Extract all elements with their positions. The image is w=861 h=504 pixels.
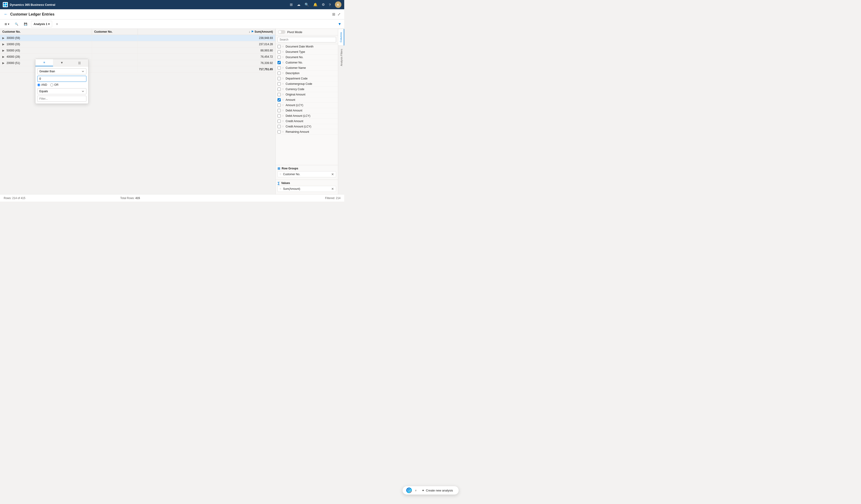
drag-handle[interactable]: ⠿ (282, 72, 284, 74)
analysis-tab[interactable]: Analysis 1 ▾ (31, 21, 52, 27)
remove-value-button[interactable]: ✕ (331, 187, 334, 191)
col-checkbox-customer-no[interactable] (277, 61, 281, 64)
col-checkbox-remaining[interactable] (277, 130, 281, 134)
list-item[interactable]: ⠿ Amount (276, 97, 338, 103)
expand-icon[interactable]: ⊞ (332, 12, 335, 16)
drag-handle[interactable]: ⠿ (282, 67, 284, 69)
expand-row-icon[interactable]: ▶ (2, 49, 4, 52)
col-label: Currency Code (286, 87, 304, 91)
col-checkbox-debit[interactable] (277, 109, 281, 112)
columns-vtab[interactable]: Columns (338, 29, 344, 45)
drag-handle[interactable]: ⠿ (282, 131, 284, 133)
collapse-icon[interactable]: ⤢ (338, 12, 341, 16)
filter-search-input[interactable] (37, 96, 86, 102)
back-button[interactable]: ← (4, 12, 8, 17)
search-icon[interactable]: 🔍 (305, 2, 309, 7)
drag-handle[interactable]: ⠿ (282, 104, 284, 107)
col-checkbox-cg-code[interactable] (277, 82, 281, 85)
col-checkbox-doc-no[interactable] (277, 56, 281, 59)
avatar[interactable]: K (335, 1, 341, 8)
list-item[interactable]: ⠿ Document Date Month (276, 44, 338, 49)
col-checkbox-debit-lcy[interactable] (277, 114, 281, 118)
drag-handle[interactable]: ⠿ (282, 83, 284, 85)
list-item[interactable]: ⠿ Currency Code (276, 87, 338, 92)
drag-handle[interactable]: ⠿ (282, 45, 284, 48)
filter-tab-columns[interactable]: ||| (71, 59, 88, 66)
col-checkbox-desc[interactable] (277, 72, 281, 75)
col-checkbox-credit[interactable] (277, 120, 281, 123)
list-item[interactable]: ⠿ Customer Name (276, 65, 338, 71)
save-button[interactable]: 💾 (22, 22, 29, 27)
drag-handle[interactable]: ⠿ (282, 109, 284, 112)
list-item[interactable]: ⠿ Remaining Amount (276, 129, 338, 135)
list-item[interactable]: ⠿ Description (276, 71, 338, 76)
drag-handle[interactable]: ⠿ (282, 99, 284, 101)
table-row[interactable]: ▶ 10000 (33) 237,014.28 (0, 41, 275, 47)
bell-icon[interactable]: 🔔 (313, 2, 317, 7)
col-checkbox-amount[interactable] (277, 98, 281, 101)
search-button[interactable]: 🔍 (13, 22, 20, 27)
col-checkbox-credit-lcy[interactable] (277, 125, 281, 128)
list-item[interactable]: ⠿ Document No. (276, 55, 338, 60)
drag-handle[interactable]: ⠿ (282, 78, 284, 80)
list-item[interactable]: ⠿ Debit Amount (276, 108, 338, 113)
chip-drag-handle[interactable]: ⠿ (279, 173, 281, 176)
add-tab-button[interactable]: + (54, 21, 60, 27)
col-customer-no2-header[interactable]: Customer No. (92, 29, 138, 35)
expand-row-icon[interactable]: ▶ (2, 43, 4, 46)
col-customer-no-header[interactable]: Customer No. (0, 29, 92, 35)
cloud-icon[interactable]: ☁ (297, 2, 300, 7)
expand-row-icon[interactable]: ▶ (2, 55, 4, 58)
help-icon[interactable]: ? (329, 3, 331, 7)
col-checkbox-orig-amount[interactable] (277, 93, 281, 96)
drag-handle[interactable]: ⠿ (282, 51, 284, 53)
condition1-input[interactable] (37, 76, 86, 82)
radio-or[interactable] (50, 83, 53, 86)
radio-and-label[interactable]: AND (37, 83, 47, 86)
radio-and[interactable] (37, 83, 40, 86)
drag-handle[interactable]: ⠿ (282, 120, 284, 123)
analysis-filters-vtab[interactable]: Analysis Filters (338, 45, 344, 69)
list-item[interactable]: ⠿ Credit Amount (276, 119, 338, 124)
view-button[interactable]: ⊞ ▾ (3, 22, 11, 27)
columns-search-input[interactable] (277, 37, 336, 42)
condition2-select[interactable]: Equals Not equals Greater than Greater t… (37, 88, 86, 94)
pivot-toggle[interactable] (278, 30, 285, 34)
drag-handle[interactable]: ⠿ (282, 62, 284, 64)
drag-handle[interactable]: ⠿ (282, 56, 284, 59)
col-checkbox-amount-lcy[interactable] (277, 104, 281, 107)
list-item[interactable]: ⠿ Department Code (276, 76, 338, 81)
drag-handle[interactable]: ⠿ (282, 115, 284, 117)
drag-handle[interactable]: ⠿ (282, 88, 284, 91)
filter-icon[interactable]: ▼ (338, 22, 341, 26)
remove-row-group-button[interactable]: ✕ (331, 173, 334, 176)
filter-tab-filter[interactable]: ▼ (53, 59, 71, 66)
expand-row-icon[interactable]: ▶ (2, 36, 4, 40)
col-checkbox-currency[interactable] (277, 87, 281, 91)
drag-handle[interactable]: ⠿ (282, 93, 284, 96)
col-checkbox-dept-code[interactable] (277, 77, 281, 80)
list-item[interactable]: ⠿ Amount (LCY) (276, 103, 338, 108)
gear-icon[interactable]: ⚙ (322, 2, 325, 7)
table-row[interactable]: ▶ 50000 (43) 88,993.80 (0, 47, 275, 54)
chip-drag-handle[interactable]: ⠿ (279, 188, 281, 190)
list-item[interactable]: ⠿ Credit Amount (LCY) (276, 124, 338, 129)
col-checkbox-doc-type[interactable] (277, 50, 281, 54)
list-item[interactable]: ⠿ Original Amount (276, 92, 338, 97)
col-checkbox-doc-date[interactable] (277, 45, 281, 48)
list-item[interactable]: ⠿ Debit Amount (LCY) (276, 113, 338, 119)
expand-row-icon[interactable]: ▶ (2, 62, 4, 65)
list-item[interactable]: ⠿ Customer No. (276, 60, 338, 65)
filter-tab-list[interactable]: ≡ (36, 59, 53, 66)
cell-customer-no2 (92, 54, 138, 60)
list-item[interactable]: ⠿ Customergroup Code (276, 81, 338, 87)
cell-customer-no2 (92, 35, 138, 41)
condition1-select[interactable]: Greater than Equals Not equals Greater t… (37, 68, 86, 74)
col-sum-amount-header[interactable]: ↓ ⚑ Sum(Amount) (138, 29, 275, 35)
drag-handle[interactable]: ⠿ (282, 125, 284, 128)
apps-icon[interactable]: ⊞ (290, 2, 293, 7)
radio-or-label[interactable]: OR (50, 83, 58, 86)
table-row[interactable]: ▶ 30000 (59) 238,948.93 (0, 35, 275, 41)
col-checkbox-customer-name[interactable] (277, 66, 281, 69)
list-item[interactable]: ⠿ Document Type (276, 49, 338, 55)
